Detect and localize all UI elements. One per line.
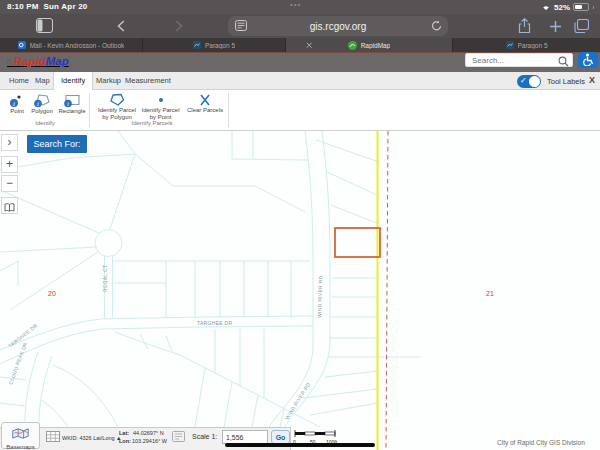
lon-label: Lon:: [119, 438, 131, 444]
group-label-identify-parcels: Identify Parcels: [124, 120, 180, 126]
tool-clear-parcels[interactable]: Clear Parcels: [184, 93, 226, 114]
site-search-box: [465, 53, 573, 67]
go-button[interactable]: Go: [271, 430, 290, 444]
wheelchair-icon: [582, 53, 594, 66]
basemaps-button[interactable]: Basemaps: [1, 422, 40, 449]
map-attribution: City of Rapid City GIS Division: [497, 439, 585, 446]
parcel-map: REGAL CT TARGHEE DR TARGHEE DR CLOUD PEA…: [0, 131, 600, 450]
rapidmap-logo[interactable]: ≡RapidMap: [7, 55, 69, 67]
group-label-identify: Identify: [20, 120, 70, 126]
tool-labels-label: Tool Labels: [547, 77, 585, 86]
tool-point[interactable]: i Point: [4, 94, 30, 115]
layers-icon[interactable]: [46, 431, 60, 442]
status-bar: 8:10 PM Sun Apr 20 ••• 52%: [0, 0, 600, 14]
home-indicator[interactable]: [225, 443, 375, 447]
status-dots: •••: [290, 0, 301, 9]
paragon-icon: [506, 41, 514, 49]
clear-icon: [197, 93, 213, 107]
tool-rectangle[interactable]: i Rectangle: [57, 94, 87, 115]
svg-text:i: i: [13, 100, 15, 108]
tab-measurement[interactable]: Measurement: [118, 72, 178, 90]
share-icon[interactable]: [518, 18, 531, 34]
browser-toolbar: gis.rcgov.org: [0, 14, 600, 38]
tab-close-icon[interactable]: [306, 42, 313, 49]
parcel-number-20: 20: [48, 290, 56, 297]
wkid-label[interactable]: WKID: 4326 Lat/Long ▲: [62, 435, 122, 441]
svg-text:i: i: [67, 100, 69, 107]
status-date: Sun Apr 20: [44, 2, 88, 11]
browser-tab-paragon-1[interactable]: Paragon 5: [143, 38, 286, 52]
map-canvas[interactable]: REGAL CT TARGHEE DR TARGHEE DR CLOUD PEA…: [0, 131, 600, 450]
paragon-icon: [193, 41, 201, 49]
identify-polygon-icon: [109, 93, 125, 107]
app-nav: Home Map Identify Markup Measurement: [0, 72, 600, 90]
tool-labels-control: ✓ Tool Labels: [517, 75, 585, 88]
road-targhee-north: [0, 316, 313, 350]
new-tab-icon[interactable]: [549, 20, 562, 33]
tool-identify-parcel-by-polygon[interactable]: Identify Parcelby Polygon: [92, 93, 142, 120]
tool-labels-toggle[interactable]: ✓: [517, 75, 541, 88]
street-label-wind-river-upper: WIND RIVER RD: [316, 275, 323, 318]
panel-collapse-button[interactable]: ›: [1, 134, 18, 151]
street-label-wind-river-lower: WIND RIVER RD: [284, 381, 312, 420]
battery-icon: [573, 3, 589, 11]
basemap-icon: [12, 428, 29, 439]
zoom-in-button[interactable]: +: [1, 156, 18, 173]
svg-text:i: i: [37, 100, 39, 107]
search-icon[interactable]: [558, 56, 569, 67]
wifi-icon: [541, 3, 551, 11]
sidebar-icon[interactable]: [36, 18, 53, 33]
tool-identify-parcel-by-point[interactable]: Identify Parcelby Point: [138, 93, 183, 120]
tabs-icon[interactable]: [574, 19, 589, 33]
identify-point-icon: [153, 93, 169, 107]
polygon-icon: i: [33, 94, 51, 108]
street-label-regal-ct: REGAL CT: [102, 265, 108, 292]
scale-bar: [294, 430, 338, 438]
ribbon-toolbar: i Point i Polygon i Rectangle Identify I…: [0, 90, 600, 131]
city-limit-dashed-line: [386, 131, 388, 450]
road-wind-river-west: [256, 131, 313, 450]
reload-icon[interactable]: [431, 20, 442, 32]
page-settings-icon[interactable]: [235, 20, 247, 31]
search-for-button[interactable]: Search For:: [27, 135, 87, 153]
tool-polygon[interactable]: i Polygon: [29, 94, 55, 115]
tab-identify[interactable]: Identify: [53, 72, 93, 91]
rectangle-icon: i: [63, 94, 81, 108]
selected-parcel-highlight: [335, 228, 380, 257]
browser-tab-rapidmap[interactable]: RapidMap: [286, 38, 453, 52]
lat-value: 44.02697° N: [133, 430, 164, 436]
browser-tab-paragon-2[interactable]: Paragon 5: [453, 38, 600, 52]
browser-tab-bar: Mail - Kevin Androsson - Outlook Paragon…: [0, 38, 600, 52]
scale-label: Scale 1:: [192, 433, 217, 440]
parcel-number-21: 21: [486, 290, 494, 297]
address-bar[interactable]: gis.rcgov.org: [228, 16, 448, 36]
coordinates-icon[interactable]: [172, 431, 185, 442]
street-label-targhee-h: TARGHEE DR: [197, 320, 232, 326]
point-icon: i: [9, 94, 25, 108]
bookmarks-button[interactable]: [1, 197, 18, 214]
battery-percent: 52%: [554, 3, 570, 12]
basemaps-label: Basemaps: [2, 444, 39, 450]
zoom-out-button[interactable]: −: [1, 175, 18, 192]
ribbon-close-button[interactable]: X: [589, 75, 595, 85]
lat-label: Lat:: [119, 430, 129, 436]
browser-tab-mail[interactable]: Mail - Kevin Androsson - Outlook: [0, 38, 143, 52]
status-time: 8:10 PM: [7, 2, 39, 11]
url-text: gis.rcgov.org: [228, 21, 448, 32]
screen: 8:10 PM Sun Apr 20 ••• 52% gis.rcgov.org…: [0, 0, 600, 450]
outlook-icon: [18, 41, 26, 49]
lon-value: 103.29416° W: [132, 438, 167, 444]
rapidmap-favicon: [348, 41, 357, 50]
forward-icon[interactable]: [175, 20, 183, 32]
site-search-input[interactable]: [466, 56, 554, 65]
back-icon[interactable]: [117, 20, 125, 32]
accessibility-button[interactable]: [578, 52, 598, 68]
scale-input[interactable]: [222, 430, 268, 444]
book-icon: [4, 203, 15, 212]
